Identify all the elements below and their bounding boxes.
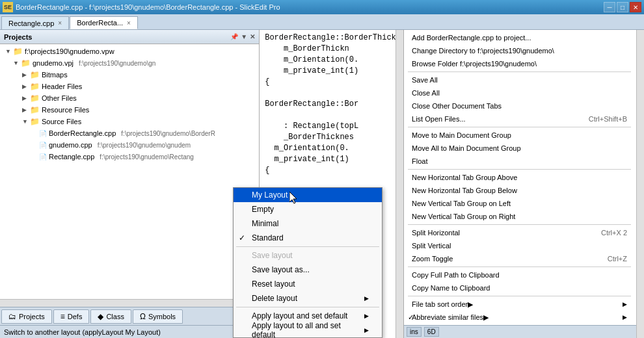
tab-strip: Rectangle.cpp × BorderRecta... ×	[0, 14, 644, 30]
menu-close-other-tabs[interactable]: Close Other Document Tabs	[404, 99, 635, 112]
menu-move-to-main[interactable]: Move to Main Document Group	[404, 129, 635, 142]
menu-split-vert[interactable]: Split Vertical	[404, 239, 635, 252]
layout-save-as[interactable]: Save layout as...	[234, 263, 382, 277]
code-line-1: m_BorderThickn	[265, 44, 401, 55]
menu-file-tab-sort[interactable]: File tab sort order ▶	[404, 298, 635, 311]
tree-label-source: Source Files	[42, 118, 81, 125]
menu-browse-folder[interactable]: Browse Folder f:\projects190\gnudemo\	[404, 57, 635, 70]
layout-reset[interactable]: Reset layout	[234, 277, 382, 291]
menu-change-directory[interactable]: Change Directory to f:\projects190\gnude…	[404, 44, 635, 57]
tree-item-rectangle-cpp[interactable]: 📄 Rectangle.cpp f:\projects190\gnudemo\R…	[0, 151, 259, 162]
editor-scrollbar[interactable]	[396, 30, 403, 338]
minimize-button[interactable]: ─	[604, 2, 615, 12]
code-line-11: m_private_int(1)	[265, 154, 401, 165]
menu-add-to-project[interactable]: Add BorderRectangle.cpp to project...	[404, 31, 635, 44]
right-panel-bottom: ins 6D	[404, 325, 644, 338]
menu-list-open-files[interactable]: List Open Files... Ctrl+Shift+B	[404, 112, 635, 125]
layout-my-layout[interactable]: My Layout	[234, 188, 382, 202]
code-line-4: {	[265, 77, 401, 88]
tab-class[interactable]: ◆ Class	[90, 309, 131, 324]
tree-item-root[interactable]: ▼ 📁 f:\projects190\gnudemo.vpw	[0, 46, 259, 57]
file-rect-icon: 📄	[39, 153, 47, 161]
tab-borderrectangle-cpp[interactable]: BorderRecta... ×	[70, 16, 138, 29]
layout-apply-all-set-default[interactable]: Apply layout to all and set default ▶	[234, 323, 382, 337]
tree-item-resource-files[interactable]: ▶ 📁 Resource Files	[0, 104, 259, 116]
code-line-7	[265, 110, 401, 121]
tree-item-borderrectangle[interactable]: 📄 BorderRectangle.cpp f:\projects190\gnu…	[0, 127, 259, 139]
menu-save-all[interactable]: Save All	[404, 73, 635, 86]
tree-label-bitmaps: Bitmaps	[42, 71, 68, 79]
close-button[interactable]: ✕	[630, 2, 641, 12]
defs-icon: ≡	[60, 312, 65, 321]
tree-path-gd: f:\projects190\gnudemo\gnudem	[98, 142, 191, 149]
layout-delete[interactable]: Delete layout ▶	[234, 291, 382, 306]
menu-new-horiz-above[interactable]: New Horizontal Tab Group Above	[404, 171, 635, 184]
tab-close-icon[interactable]: ×	[58, 20, 62, 27]
tab-symbols[interactable]: Ω Symbols	[133, 309, 183, 324]
tree-label-gd: gnudemo.cpp	[49, 141, 92, 149]
layout-sep-2	[236, 307, 379, 307]
right-panel-scrollbar[interactable]	[636, 30, 644, 338]
bottom-tabs: 🗂 Projects ≡ Defs ◆ Class Ω Symbols	[0, 307, 259, 325]
panel-close-icon[interactable]: ✕	[250, 33, 255, 40]
tab-symbols-label: Symbols	[148, 313, 176, 320]
tree-item-source-files[interactable]: ▼ 📁 Source Files	[0, 116, 259, 127]
layout-save-as-label: Save layout as...	[252, 265, 310, 274]
menu-split-horiz[interactable]: Split Horizontal Ctrl+X 2	[404, 226, 635, 239]
tree-item-gnudemo[interactable]: ▼ 📁 gnudemo.vpj f:\projects190\gnudemo\g…	[0, 57, 259, 69]
menu-new-horiz-below[interactable]: New Horizontal Tab Group Below	[404, 184, 635, 197]
folder-resource-icon: 📁	[30, 105, 40, 114]
projects-hscroll[interactable]	[0, 299, 259, 307]
layout-reset-label: Reset layout	[252, 280, 295, 289]
tree-arrow-other: ▶	[22, 95, 29, 101]
menu-abbreviate[interactable]: ✓ Abbreviate similar files ▶	[404, 311, 635, 324]
file-gd-icon: 📄	[39, 142, 47, 149]
layout-sep-1	[236, 246, 379, 247]
layout-standard[interactable]: ✓ Standard	[234, 231, 382, 245]
maximize-button[interactable]: □	[617, 2, 628, 12]
tree-arrow-bitmaps: ▶	[22, 72, 29, 78]
menu-copy-full-path[interactable]: Copy Full Path to Clipboard	[404, 268, 635, 281]
tree-item-bitmaps[interactable]: ▶ 📁 Bitmaps	[0, 69, 259, 81]
projects-icon: 🗂	[8, 312, 16, 321]
layout-apply-set-default-label: Apply layout and set default	[252, 311, 347, 320]
panel-header-controls: 📌 ▼ ✕	[230, 33, 255, 40]
window-title: BorderRectangle.cpp - f:\projects190\gnu…	[16, 3, 604, 11]
menu-new-vert-right[interactable]: New Vertical Tab Group on Right	[404, 210, 635, 223]
sep-6	[408, 296, 631, 296]
tree-item-gnudemo-cpp[interactable]: 📄 gnudemo.cpp f:\projects190\gnudemo\gnu…	[0, 139, 259, 151]
menu-move-all-to-main[interactable]: Move All to Main Document Group	[404, 142, 635, 155]
tree-item-header-files[interactable]: ▶ 📁 Header Files	[0, 81, 259, 92]
tree-label-resource: Resource Files	[42, 106, 89, 114]
folder-bitmaps-icon: 📁	[30, 70, 40, 79]
layout-standard-label: Standard	[252, 233, 284, 242]
layout-empty[interactable]: Empty	[234, 202, 382, 216]
panel-menu-icon[interactable]: ▼	[241, 33, 247, 40]
layout-empty-label: Empty	[252, 205, 274, 214]
layout-minimal[interactable]: Minimal	[234, 216, 382, 231]
layout-save-label: Save layout	[252, 251, 293, 260]
ins-badge: ins	[407, 327, 422, 337]
menu-zoom-toggle[interactable]: Zoom Toggle Ctrl+Z	[404, 252, 635, 265]
tree-item-other-files[interactable]: ▶ 📁 Other Files	[0, 92, 259, 104]
sep-1	[408, 72, 631, 72]
code-line-8: : Rectangle(topL	[265, 121, 401, 132]
menu-zoom-toggle-shortcut: Ctrl+Z	[608, 255, 627, 263]
panel-pin-icon[interactable]: 📌	[230, 33, 238, 40]
menu-new-vert-left[interactable]: New Vertical Tab Group on Left	[404, 197, 635, 210]
layout-apply-all-arrow-icon: ▶	[364, 327, 369, 333]
tab-projects[interactable]: 🗂 Projects	[1, 309, 52, 324]
menu-copy-name[interactable]: Copy Name to Clipboard	[404, 281, 635, 294]
main-window: SE BorderRectangle.cpp - f:\projects190\…	[0, 0, 644, 338]
menu-close-all[interactable]: Close All	[404, 86, 635, 99]
layout-apply-set-default-arrow-icon: ▶	[364, 313, 369, 319]
tree-label-gnudemo: gnudemo.vpj	[33, 59, 74, 67]
tree-arrow-gnudemo: ▼	[13, 60, 20, 66]
code-line-0: BorderRectangle::BorderThickn	[265, 32, 401, 44]
tab-defs[interactable]: ≡ Defs	[53, 309, 90, 324]
tab-close-active-icon[interactable]: ×	[127, 20, 131, 27]
tree-arrow-header: ▶	[22, 83, 29, 90]
menu-float[interactable]: Float	[404, 155, 635, 168]
tab-rectangle-cpp[interactable]: Rectangle.cpp ×	[1, 16, 69, 29]
code-line-12: {	[265, 165, 401, 176]
